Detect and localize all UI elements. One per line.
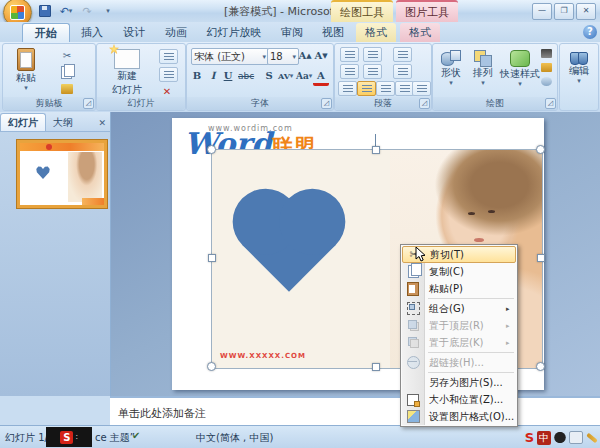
notes-placeholder[interactable]: 单击此处添加备注 [118,406,206,421]
tab-insert[interactable]: 插入 [72,23,112,42]
tab-design[interactable]: 设计 [114,23,154,42]
ime-s-icon[interactable]: S [525,430,534,445]
line-spacing-icon [398,51,408,58]
strikethrough-button[interactable]: abc [237,68,255,83]
shapes-label: 形状 [441,66,461,80]
menu-item-save-as-picture[interactable]: 另存为图片(S)... [402,374,516,391]
distribute-button[interactable] [412,81,431,96]
clipboard-group-label: 剪贴板 [3,97,95,110]
change-case-button[interactable]: Aa▾ [295,68,313,83]
menu-item-send-to-back[interactable]: 置于底层(K) ▸ [402,334,516,351]
redo-button[interactable]: ↷ [78,3,96,19]
paste-button[interactable]: 粘贴 ▾ [9,48,43,91]
shape-effects-button[interactable] [541,77,552,86]
drawing-dialog-launcher[interactable]: ◿ [545,98,556,109]
layout-button[interactable] [159,49,178,64]
quick-styles-icon [510,50,530,67]
character-spacing-button[interactable]: AV▾ [277,68,294,83]
copy-button[interactable] [61,66,72,82]
font-name-combobox[interactable]: 宋体 (正文) ▾ [191,48,269,65]
menu-item-format-picture[interactable]: 设置图片格式(O)... [402,408,516,425]
arrange-button[interactable]: 排列 ▾ [469,50,497,86]
submenu-arrow-icon: ▸ [506,305,516,313]
align-right-button[interactable] [376,81,395,96]
line-spacing-button[interactable] [393,47,412,62]
ime-mode-icon[interactable] [554,432,566,443]
format-painter-button[interactable] [61,84,73,94]
undo-button[interactable]: ↶▾ [57,3,75,19]
font-size-combobox[interactable]: 18 ▾ [267,48,299,65]
align-center-button[interactable] [357,81,376,96]
font-color-button[interactable]: A [313,68,329,86]
menu-item-group[interactable]: 组合(G) ▸ [402,300,516,317]
restore-button[interactable]: ❐ [554,3,574,20]
selection-handle-w[interactable] [208,254,216,262]
tab-home[interactable]: 开始 [22,23,70,43]
minimize-button[interactable]: — [532,3,552,20]
editing-button[interactable]: 编辑 ▾ [564,52,594,84]
tab-review[interactable]: 审阅 [272,23,312,42]
clipboard-dialog-launcher[interactable]: ◿ [83,98,94,109]
ime-keyboard-icon[interactable] [569,431,583,444]
shape-outline-button[interactable] [541,63,552,72]
numbering-button[interactable] [363,47,382,62]
spellcheck-icon[interactable]: ✔ [132,430,146,443]
columns-button[interactable] [393,64,412,79]
selection-handle-nw[interactable] [207,145,216,154]
ime-settings-icon[interactable] [586,432,598,443]
selection-handle-s[interactable] [372,363,380,371]
paragraph-dialog-launcher[interactable]: ◿ [419,98,430,109]
menu-item-hyperlink[interactable]: 超链接(H)... [402,354,516,371]
language-status[interactable]: 中文(简体 , 中国) [196,431,273,445]
delete-icon: ✕ [163,86,171,97]
tab-outline-pane[interactable]: 大纲 [46,114,80,131]
redo-icon: ↷ [82,5,91,18]
tab-view[interactable]: 视图 [314,23,352,42]
bold-button[interactable]: B [189,68,205,83]
underline-button[interactable]: U [220,68,236,83]
slide-thumbnail-1[interactable] [17,140,107,208]
powerpoint-window: ↶▾ ↷ ▾ [兼容模式] - Microsoft PowerP... 绘图工具… [0,0,600,448]
decrease-indent-button[interactable] [340,64,359,79]
bullets-button[interactable] [340,47,359,62]
heart-shape[interactable] [242,198,335,291]
reset-button[interactable] [159,67,178,82]
tab-format-picture[interactable]: 格式 [400,23,440,42]
selection-handle-e[interactable] [537,254,545,262]
shape-fill-button[interactable] [541,49,552,58]
selection-handle-ne[interactable] [536,145,545,154]
customize-qat-button[interactable]: ▾ [99,3,117,19]
tab-slides-pane[interactable]: 幻灯片 [0,113,46,131]
group-clipboard: 粘贴 ▾ ✂ 剪贴板 ◿ [2,43,96,111]
selection-handle-sw[interactable] [207,362,216,371]
ime-language-icon[interactable]: 中 [537,431,551,445]
shrink-font-button[interactable]: A▼ [313,48,329,63]
drawing-group-label: 绘图 [433,97,557,110]
notes-pane[interactable]: 单击此处添加备注 [110,396,600,427]
selection-handle-se[interactable] [536,362,545,371]
tab-slideshow[interactable]: 幻灯片放映 [198,23,270,42]
increase-indent-button[interactable] [363,64,382,79]
panel-close-icon[interactable]: ✕ [98,118,106,128]
help-button[interactable]: ? [583,25,597,39]
menu-item-paste[interactable]: 粘贴(P) [402,280,516,297]
quick-styles-button[interactable]: 快速样式 ▾ [499,50,541,87]
new-slide-button[interactable]: 新建 幻灯片 [105,49,149,97]
align-left-button[interactable] [338,81,357,96]
cut-button[interactable]: ✂ [59,48,75,62]
shapes-button[interactable]: 形状 ▾ [437,50,465,86]
selection-handle-n[interactable] [372,146,380,154]
close-button[interactable]: ✕ [576,3,596,20]
save-button[interactable] [36,3,54,19]
thumbnail-photo [68,152,102,202]
italic-button[interactable]: I [205,68,221,83]
menu-item-bring-to-front[interactable]: 置于顶层(R) ▸ [402,317,516,334]
delete-slide-button[interactable]: ✕ [159,84,175,98]
menu-item-size-and-position[interactable]: 大小和位置(Z)... [402,391,516,408]
font-dialog-launcher[interactable]: ◿ [321,98,332,109]
slides-outline-panel: 幻灯片 大纲 ✕ [0,112,111,396]
tab-format-drawing[interactable]: 格式 [356,23,396,42]
text-shadow-button[interactable]: S [261,68,277,83]
grow-font-button[interactable]: A▲ [297,48,313,63]
tab-animations[interactable]: 动画 [156,23,196,42]
